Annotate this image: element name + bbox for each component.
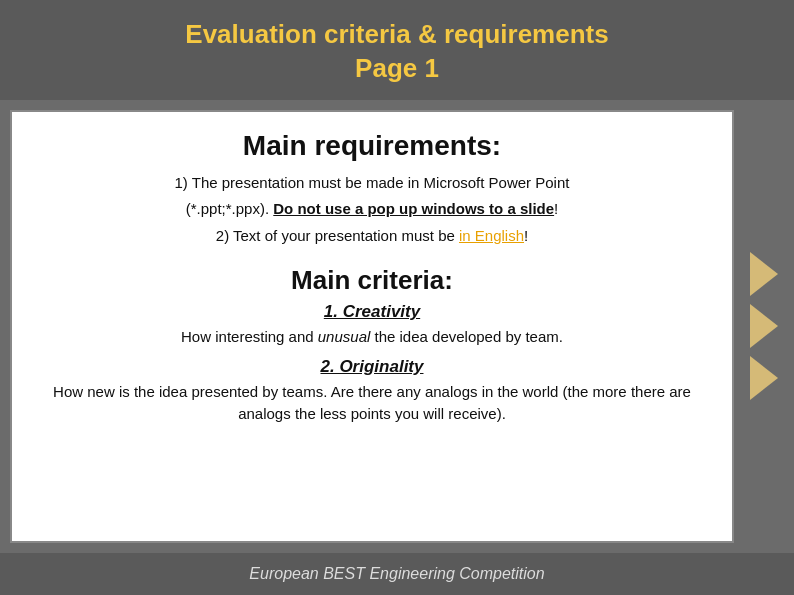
req1-underline: Do not use a pop up windows to a slide [273,200,554,217]
main-criteria-title: Main criteria: [42,265,702,296]
header: Evaluation criteria & requirements Page … [0,0,794,100]
req2-text: 2) Text of your presentation must be in … [42,225,702,248]
header-line1: Evaluation criteria & requirements [185,19,608,49]
criteria1-heading: 1. Creativity [42,302,702,322]
req2-end: ! [524,227,528,244]
content-box: Main requirements: 1) The presentation m… [10,110,734,543]
req2-prefix: 2) Text of your presentation must be [216,227,459,244]
criteria1-italic: unusual [318,328,371,345]
req2-underline: in English [459,227,524,244]
chevron-icon-2 [750,304,778,348]
main-requirements-title: Main requirements: [42,130,702,162]
chevron-icon-1 [750,252,778,296]
main-area: Main requirements: 1) The presentation m… [0,100,794,553]
req1b-text: (*.ppt;*.ppx). Do not use a pop up windo… [42,198,702,221]
footer-text: European BEST Engineering Competition [10,565,784,583]
req1-end: ! [554,200,558,217]
footer: European BEST Engineering Competition [0,553,794,595]
chevron-icon-3 [750,356,778,400]
header-line2: Page 1 [355,53,439,83]
side-decoration [734,110,794,543]
criteria2-desc: How new is the idea presented by teams. … [42,381,702,426]
header-title: Evaluation criteria & requirements Page … [10,18,784,86]
req1-text: 1) The presentation must be made in Micr… [42,172,702,195]
criteria1-desc: How interesting and unusual the idea dev… [42,326,702,349]
criteria2-heading: 2. Originality [42,357,702,377]
req1-line1: 1) The presentation must be made in Micr… [175,174,570,191]
req1b-prefix: (*.ppt;*.ppx). [186,200,269,217]
